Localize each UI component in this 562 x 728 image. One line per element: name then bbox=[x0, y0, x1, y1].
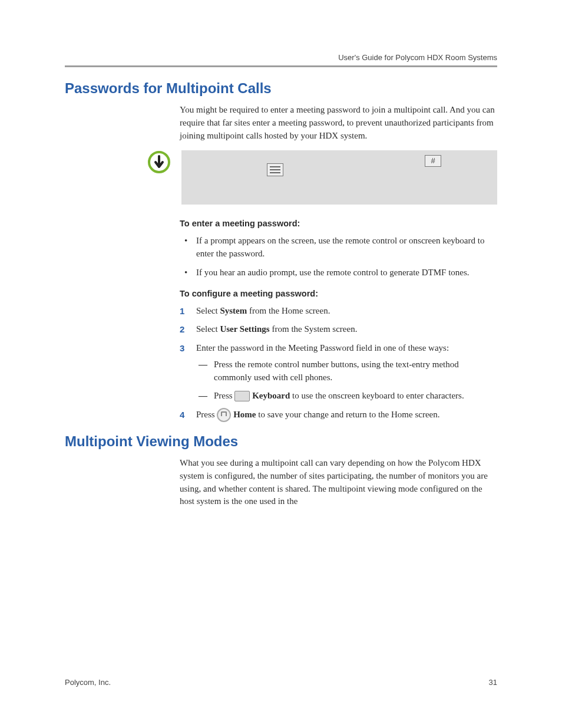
sub-text: to use the onscreen keyboard to enter ch… bbox=[290, 391, 464, 400]
sub-bold: Keyboard bbox=[252, 391, 290, 400]
section2-body: What you see during a multipoint call ca… bbox=[180, 457, 497, 508]
step-item: Select User Settings from the System scr… bbox=[180, 323, 497, 336]
hash-key-icon: # bbox=[425, 155, 441, 167]
section1-body: You might be required to enter a meeting… bbox=[180, 104, 497, 142]
step-text: from the Home screen. bbox=[247, 306, 330, 315]
list-item: If you hear an audio prompt, use the rem… bbox=[180, 266, 497, 279]
step-bold: User Settings bbox=[220, 324, 269, 334]
step-text: Press bbox=[196, 410, 217, 419]
viewing-modes-paragraph: What you see during a multipoint call ca… bbox=[180, 457, 497, 508]
header-rule bbox=[65, 65, 497, 67]
list-item: If a prompt appears on the screen, use t… bbox=[180, 235, 497, 261]
step-bold: Home bbox=[233, 410, 256, 419]
step-text: Enter the password in the Meeting Passwo… bbox=[196, 343, 449, 353]
step-text: Select bbox=[196, 306, 220, 315]
step-text: to save your change and return to the Ho… bbox=[256, 410, 440, 419]
step-bold: System bbox=[220, 306, 247, 315]
running-header: User's Guide for Polycom HDX Room System… bbox=[65, 53, 497, 62]
footer-company: Polycom, Inc. bbox=[65, 678, 111, 687]
sub-text: Press bbox=[214, 391, 234, 400]
step-item: Press Home to save your change and retur… bbox=[180, 409, 497, 423]
home-icon bbox=[217, 408, 231, 422]
section-heading-viewing-modes: Multipoint Viewing Modes bbox=[65, 433, 497, 450]
enter-password-bullets: If a prompt appears on the screen, use t… bbox=[180, 235, 497, 279]
page-footer: Polycom, Inc. 31 bbox=[65, 678, 497, 687]
footer-page-number: 31 bbox=[489, 678, 497, 687]
step-item: Enter the password in the Meeting Passwo… bbox=[180, 342, 497, 403]
section-heading-passwords: Passwords for Multipoint Calls bbox=[65, 80, 497, 97]
note-box: # bbox=[181, 150, 497, 205]
note-arrow-icon bbox=[147, 150, 176, 176]
list-item: Press Keyboard to use the onscreen keybo… bbox=[196, 390, 497, 403]
intro-paragraph: You might be required to enter a meeting… bbox=[180, 104, 497, 142]
enter-password-block: To enter a meeting password: If a prompt… bbox=[180, 218, 497, 423]
keyboard-icon bbox=[234, 391, 250, 401]
list-item: Press the remote control number buttons,… bbox=[196, 358, 497, 384]
note-callout: # bbox=[65, 150, 497, 205]
step3-sublist: Press the remote control number buttons,… bbox=[196, 358, 497, 403]
configure-password-steps: Select System from the Home screen. Sele… bbox=[180, 305, 497, 423]
step-text: Select bbox=[196, 324, 220, 334]
list-icon bbox=[267, 163, 283, 176]
step-text: from the System screen. bbox=[270, 324, 358, 334]
document-page: User's Guide for Polycom HDX Room System… bbox=[0, 0, 562, 728]
subhead-configure-password: To configure a meeting password: bbox=[180, 288, 497, 300]
subhead-enter-password: To enter a meeting password: bbox=[180, 218, 497, 230]
step-item: Select System from the Home screen. bbox=[180, 305, 497, 318]
